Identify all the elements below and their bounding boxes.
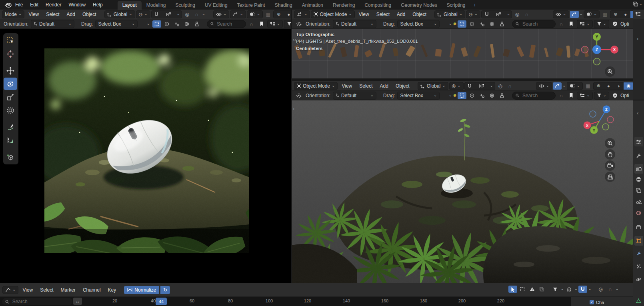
normalize-auto-refresh-button[interactable]: ↻	[160, 286, 170, 294]
chevron-down-icon[interactable]: ⌄	[488, 82, 495, 90]
orientation-default-dropdown[interactable]: Default⌄	[31, 20, 74, 28]
chevron-down-icon[interactable]: ⌄	[580, 12, 583, 16]
menu-file[interactable]: File	[12, 0, 26, 10]
shading-wireframe-button[interactable]: ⊕	[274, 11, 284, 18]
select-circle-tool-button[interactable]	[468, 20, 476, 28]
proportional-editing-toggle[interactable]: ◎	[596, 286, 605, 293]
fluid-tool-button[interactable]	[172, 20, 181, 28]
snap-with-dropdown[interactable]	[162, 11, 175, 18]
drag-mode-dropdown[interactable]: Select Box⌄	[95, 20, 138, 28]
menu-key[interactable]: Key	[105, 287, 120, 293]
properties-tab-world[interactable]	[634, 208, 643, 218]
snap-target-dropdown[interactable]: ◎ ⌄	[466, 10, 480, 18]
select-box-tool-button[interactable]	[152, 20, 161, 28]
search-input[interactable]	[522, 21, 552, 27]
outliner-filter-dropdown[interactable]: ⌄	[577, 92, 592, 100]
active-tool-rotate-icon[interactable]	[294, 20, 303, 28]
tab-animation[interactable]: Animation	[297, 1, 328, 10]
select-circle-tool-button[interactable]	[468, 92, 476, 99]
camera-view-button[interactable]	[605, 160, 615, 171]
chevron-down-icon[interactable]: ⌄	[562, 84, 566, 88]
properties-tab-object-data[interactable]	[634, 296, 643, 306]
search-input[interactable]	[522, 92, 552, 99]
channel-search[interactable]	[2, 298, 73, 306]
shading-material-button[interactable]: ◑	[630, 11, 633, 18]
menu-select[interactable]: Select	[356, 83, 376, 89]
current-frame-indicator[interactable]: 44	[156, 298, 167, 305]
region-expand-icon[interactable]: ‹	[637, 110, 638, 116]
ghost-curves-button[interactable]	[565, 286, 574, 293]
shading-wireframe-button[interactable]: ⊕	[610, 11, 620, 18]
bookmark-icon[interactable]	[567, 20, 576, 28]
proportional-falloff-dropdown[interactable]: ∩	[522, 11, 531, 18]
menu-object[interactable]: Object	[392, 83, 413, 89]
menu-select[interactable]: Select	[43, 12, 62, 17]
tab-compositing[interactable]: Compositing	[360, 1, 396, 10]
editor-divider[interactable]	[633, 100, 644, 100]
tab-sculpting[interactable]: Sculpting	[171, 1, 200, 10]
filter-dropdown[interactable]: ⌄	[284, 20, 291, 28]
copy-button-disabled[interactable]	[537, 286, 546, 293]
bookmark-icon[interactable]	[567, 92, 576, 99]
bookmark-icon[interactable]	[257, 20, 266, 28]
gizmos-toggle[interactable]	[553, 82, 562, 90]
chevron-down-icon[interactable]: ⌄	[560, 287, 564, 291]
chevron-down-icon[interactable]: ⌄	[639, 2, 642, 6]
brush-clean-tool-button[interactable]	[192, 20, 201, 28]
mode-dropdown[interactable]: Object Mode⌄	[311, 10, 354, 18]
shading-rendered-button[interactable]: ◉	[624, 82, 633, 90]
axis-gizmo[interactable]: Z X Y	[581, 104, 615, 138]
tool-transform[interactable]	[4, 104, 17, 116]
outliner-filter-dropdown[interactable]: ⌄	[267, 20, 283, 28]
filter-funnel-button[interactable]	[551, 286, 560, 293]
properties-editor-icon[interactable]	[634, 137, 643, 146]
shading-material-button[interactable]: ◑	[614, 82, 624, 90]
menu-object[interactable]: Object	[409, 12, 430, 17]
menu-render[interactable]: Render	[42, 0, 65, 10]
pan-hand-button[interactable]	[605, 149, 615, 160]
region-expand-icon[interactable]: ›	[293, 106, 294, 111]
overlays-dropdown[interactable]: ⌄	[567, 82, 583, 90]
menu-channel[interactable]: Channel	[80, 287, 104, 293]
select-circle-tool-button[interactable]	[162, 20, 171, 28]
fluid-tool-button[interactable]	[478, 20, 486, 28]
globe-tool-button[interactable]	[488, 92, 496, 99]
xray-toggle[interactable]: ▦	[584, 82, 592, 90]
top-ortho-canvas[interactable]: ‹› Top Orthographic (44) LIGHTS | Aset_t…	[292, 29, 633, 78]
falloff-curve-icon[interactable]: ∩	[557, 20, 566, 28]
region-expand-icon[interactable]: ‹	[637, 36, 638, 41]
chevron-down-icon[interactable]: ⌄	[448, 93, 452, 97]
tab-texture-paint[interactable]: Texture Paint	[232, 1, 270, 10]
visibility-dropdown[interactable]: ⌄	[553, 10, 569, 18]
frame-range-icon[interactable]: ↔	[73, 298, 82, 305]
shield-check-icon[interactable]	[610, 92, 619, 99]
tool-select-box[interactable]	[4, 34, 17, 47]
viewport-search[interactable]	[512, 20, 556, 28]
tool-move[interactable]	[4, 64, 17, 77]
proportional-falloff-dropdown[interactable]: ∩	[506, 82, 514, 90]
menu-edit[interactable]: Edit	[26, 0, 42, 10]
search-input[interactable]	[216, 21, 242, 27]
only-errors-warning-icon[interactable]	[528, 286, 536, 293]
shading-solid-button[interactable]: ●	[284, 11, 291, 18]
select-box-button[interactable]	[518, 286, 527, 293]
menu-help[interactable]: Help	[89, 0, 106, 10]
tool-measure[interactable]	[4, 134, 17, 146]
proportional-editing-toggle[interactable]: ◎	[513, 11, 522, 18]
mode-dropdown[interactable]: Mode⌄	[2, 10, 24, 18]
properties-tab-scene[interactable]	[634, 197, 643, 206]
active-tool-pill[interactable]: ⌄	[294, 10, 310, 18]
transform-orientation-dropdown[interactable]: Global⌄	[418, 82, 448, 90]
menu-add[interactable]: Add	[64, 12, 78, 17]
gizmos-toggle[interactable]	[570, 11, 579, 18]
chevron-down-icon[interactable]: ⌄	[175, 11, 182, 18]
globe-tool-button[interactable]	[182, 20, 191, 28]
orientation-default-dropdown[interactable]: Default⌄	[333, 20, 376, 28]
zoom-button[interactable]	[605, 138, 615, 148]
tab-layout[interactable]: Layout	[118, 1, 142, 10]
viewport-search[interactable]	[207, 20, 246, 28]
snap-with-dropdown[interactable]	[492, 11, 505, 18]
visibility-dropdown[interactable]: ⌄	[213, 10, 229, 18]
menu-view[interactable]: View	[338, 83, 355, 89]
magnet-icon[interactable]	[482, 11, 492, 18]
